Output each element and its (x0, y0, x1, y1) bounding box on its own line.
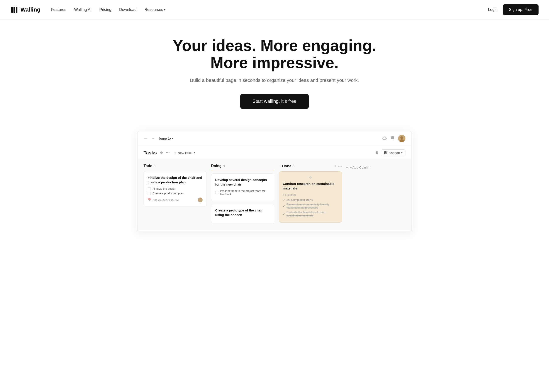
view-label: Kanban (389, 151, 400, 155)
col-doing-title: Doing (211, 164, 222, 168)
card-check-item: Present them to the project team for fee… (215, 189, 270, 196)
card-date: Aug 31, 2023 9:00 AM (153, 198, 179, 202)
more-options-button[interactable]: ••• (338, 164, 342, 168)
kanban-card-highlighted: ✛ Conduct research on sustainable materi… (279, 171, 342, 223)
cloud-icon-button[interactable] (382, 136, 387, 141)
kanban-column-todo: Todo 3 Finalize the design of the chair … (144, 164, 207, 226)
kanban-view-button[interactable]: Kanban ▾ (381, 149, 405, 156)
nav-walling-ai[interactable]: Walling AI (74, 7, 92, 12)
jump-to-dropdown[interactable]: Jump to ▾ (158, 137, 173, 140)
card-title: Create a prototype of the chair using th… (215, 208, 270, 217)
signup-button[interactable]: Sign up, Free (503, 4, 539, 15)
new-brick-button[interactable]: + New Brick ▾ (173, 150, 197, 156)
logo-icon (10, 6, 18, 14)
card-completed-status: ✓ 3/3 Completed 100% (283, 198, 338, 202)
chevron-down-icon: ▾ (164, 8, 165, 11)
user-avatar (398, 135, 405, 142)
board-title: Tasks (144, 150, 157, 156)
forward-button[interactable]: → (151, 136, 155, 141)
card-list-item: + List item (283, 193, 338, 196)
svg-rect-0 (11, 7, 14, 13)
col-done-title: Done (282, 164, 291, 168)
nav-resources[interactable]: Resources ▾ (144, 7, 165, 12)
kanban-icon (384, 151, 387, 154)
drag-indicator: ⠿ (279, 164, 281, 168)
kanban-card: Develop several design concepts for the … (211, 173, 274, 201)
kanban-column-doing: Doing 3 Develop several design concepts … (211, 164, 274, 226)
kanban-card: Finalize the design of the chair and cre… (144, 171, 207, 206)
checkbox[interactable] (215, 191, 218, 194)
cloud-icon (382, 137, 387, 140)
navigation: Walling Features Walling AI Pricing Down… (0, 0, 549, 20)
svg-rect-7 (385, 151, 386, 154)
svg-rect-2 (16, 7, 17, 13)
col-doing-count: 3 (223, 164, 225, 168)
svg-rect-6 (384, 151, 385, 154)
drag-handle[interactable]: ✛ (283, 175, 338, 180)
cta-button[interactable]: Start walling, it's free (240, 94, 309, 109)
col-todo-title: Todo (144, 164, 152, 168)
filter-settings-icon[interactable]: ⚙ (160, 151, 163, 155)
back-button[interactable]: ← (144, 136, 148, 141)
bell-icon (391, 136, 394, 140)
app-preview: ← → Jump to ▾ (137, 131, 412, 231)
card-strikethrough-item: ✓ Evaluate the feasibility of using sust… (283, 210, 338, 217)
sort-filter-button[interactable]: ⇅ (376, 151, 378, 155)
col-done-count: 0 (293, 164, 295, 168)
card-title: Develop several design concepts for the … (215, 177, 270, 187)
card-check-item: Finalize the design (148, 187, 203, 190)
bell-icon-button[interactable] (391, 136, 394, 141)
brand-name: Walling (21, 6, 40, 13)
kanban-board: Todo 3 Finalize the design of the chair … (137, 159, 412, 231)
card-title: Conduct research on sustainable material… (283, 182, 338, 190)
jump-to-label: Jump to (158, 137, 171, 140)
card-check-item: Create a production plan (148, 192, 203, 195)
hero-section: Your ideas. More engaging. More impressi… (0, 20, 549, 122)
check-icon: ✓ (283, 204, 285, 208)
checkbox[interactable] (148, 187, 151, 190)
chevron-down-icon: ▾ (172, 137, 173, 140)
avatar-icon (398, 135, 405, 142)
check-icon: ✓ (283, 212, 285, 216)
add-column-area: + + Add Column (346, 164, 370, 226)
more-options-icon[interactable]: ••• (166, 151, 170, 155)
nav-pricing[interactable]: Pricing (99, 7, 111, 12)
nav-actions: Login Sign up, Free (488, 4, 539, 15)
app-toolbar: Tasks ⚙ ••• + New Brick ▾ ⇅ Kanban ▾ (137, 146, 412, 159)
nav-download[interactable]: Download (119, 7, 137, 12)
plus-icon: + (346, 166, 348, 169)
add-column-label: + Add Column (350, 166, 371, 169)
chevron-down-icon: ▾ (194, 151, 195, 154)
chevron-down-icon: ▾ (401, 151, 403, 154)
nav-features[interactable]: Features (51, 7, 66, 12)
svg-point-4 (401, 136, 403, 139)
card-user-avatar (198, 197, 203, 202)
svg-rect-8 (387, 151, 387, 154)
nav-links: Features Walling AI Pricing Download Res… (51, 7, 488, 12)
svg-rect-1 (14, 7, 15, 13)
card-footer: 📅 Aug 31, 2023 9:00 AM (148, 197, 203, 202)
app-topbar: ← → Jump to ▾ (137, 131, 412, 146)
calendar-icon: 📅 (148, 198, 151, 202)
checkbox[interactable] (148, 192, 151, 195)
logo-link[interactable]: Walling (10, 6, 40, 14)
kanban-column-done: ⠿ Done 0 + ••• ✛ Conduct research on sus… (279, 164, 342, 226)
card-strikethrough-item: ✓ Research environmentally friendly manu… (283, 203, 338, 209)
hero-title: Your ideas. More engaging. More impressi… (10, 37, 539, 71)
col-todo-count: 3 (154, 164, 155, 168)
login-button[interactable]: Login (488, 7, 498, 12)
add-column-button[interactable]: + + Add Column (346, 164, 370, 171)
add-card-button[interactable]: + (334, 164, 337, 168)
card-title: Finalize the design of the chair and cre… (148, 175, 203, 184)
new-brick-label: + New Brick (175, 151, 192, 155)
hero-subtitle: Build a beautiful page in seconds to org… (10, 77, 539, 83)
check-icon: ✓ (283, 198, 285, 202)
kanban-card: Create a prototype of the chair using th… (211, 204, 274, 224)
